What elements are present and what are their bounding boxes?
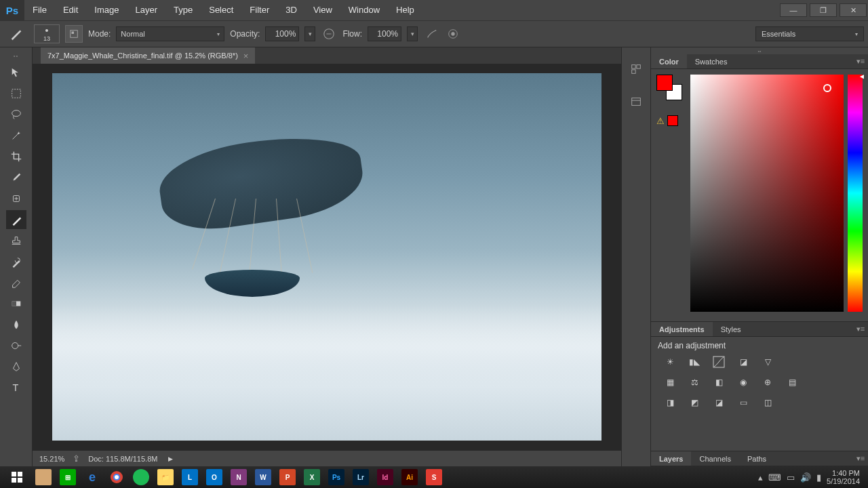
taskbar-illustrator[interactable]: Ai [397, 468, 422, 487]
taskbar-app[interactable] [31, 468, 56, 487]
workspace-select[interactable]: Essentials▾ [755, 26, 864, 41]
move-tool[interactable] [6, 63, 26, 82]
gradient-map-icon[interactable]: ▭ [735, 395, 751, 410]
lasso-tool[interactable] [6, 105, 26, 124]
properties-panel-icon[interactable] [627, 92, 646, 111]
flow-dropdown[interactable]: ▾ [407, 26, 418, 41]
exposure-icon[interactable]: ◪ [735, 354, 751, 369]
clock[interactable]: 1:40 PM 5/19/2014 [827, 469, 860, 485]
tab-adjustments[interactable]: Adjustments [651, 322, 713, 336]
pressure-size-icon[interactable] [445, 26, 461, 42]
color-balance-icon[interactable]: ⚖ [686, 375, 703, 390]
gradient-tool[interactable] [6, 294, 26, 313]
flow-input[interactable]: 100% [368, 26, 401, 41]
status-menu-icon[interactable]: ▶ [168, 455, 173, 462]
color-lookup-icon[interactable]: ▤ [784, 375, 800, 390]
hue-cursor[interactable]: ◄ [859, 73, 865, 80]
menu-edit[interactable]: Edit [55, 0, 86, 20]
minimize-button[interactable]: — [780, 3, 807, 17]
picker-cursor[interactable] [823, 84, 831, 92]
taskbar-onenote[interactable]: N [226, 468, 251, 487]
blur-tool[interactable] [6, 315, 26, 334]
battery-icon[interactable]: ▭ [787, 472, 795, 483]
taskbar-outlook[interactable]: O [202, 468, 226, 487]
foreground-color[interactable] [656, 75, 673, 91]
tray-expand-icon[interactable]: ▴ [758, 472, 763, 483]
panel-menu-icon[interactable]: ▾≡ [853, 451, 868, 466]
taskbar-spotify[interactable] [129, 468, 153, 487]
taskbar-store[interactable]: ⊞ [56, 468, 80, 487]
color-picker-field[interactable] [690, 75, 844, 312]
brush-panel-toggle[interactable] [65, 25, 83, 43]
hue-slider[interactable]: ◄ [848, 75, 863, 312]
tab-styles[interactable]: Styles [713, 322, 749, 336]
brush-tool-icon[interactable] [4, 24, 28, 43]
close-button[interactable]: ✕ [840, 3, 867, 17]
vibrance-icon[interactable]: ▽ [760, 354, 776, 369]
menu-filter[interactable]: Filter [241, 0, 277, 20]
volume-icon[interactable]: 🔊 [800, 472, 811, 483]
menu-select[interactable]: Select [201, 0, 241, 20]
menu-type[interactable]: Type [165, 0, 201, 20]
start-button[interactable] [3, 468, 31, 487]
share-icon[interactable]: ⇪ [73, 453, 80, 464]
airbrush-icon[interactable] [423, 26, 439, 42]
taskbar-excel[interactable]: X [300, 468, 324, 487]
pen-tool[interactable] [6, 357, 26, 376]
threshold-icon[interactable]: ◪ [711, 395, 727, 410]
gamut-warning[interactable]: ⚠ [656, 115, 686, 126]
channel-mixer-icon[interactable]: ⊕ [760, 375, 776, 390]
levels-icon[interactable]: ▮◣ [686, 354, 703, 369]
posterize-icon[interactable]: ◩ [686, 395, 703, 410]
taskbar-photoshop[interactable]: Ps [324, 468, 349, 487]
invert-icon[interactable]: ◨ [662, 395, 678, 410]
opacity-dropdown[interactable]: ▾ [304, 26, 315, 41]
panel-handle[interactable]: •• [651, 47, 868, 54]
dodge-tool[interactable] [6, 336, 26, 355]
close-tab-icon[interactable]: × [243, 51, 249, 61]
history-brush-tool[interactable] [6, 252, 26, 271]
brightness-contrast-icon[interactable]: ☀ [662, 354, 678, 369]
taskbar-lightroom[interactable]: Lr [349, 468, 373, 487]
crop-tool[interactable] [6, 147, 26, 166]
tab-color[interactable]: Color [651, 54, 687, 68]
history-panel-icon[interactable] [627, 60, 646, 79]
taskbar-chrome[interactable] [104, 468, 129, 487]
toolbar-handle[interactable]: •• [3, 53, 30, 58]
tab-channels[interactable]: Channels [691, 451, 738, 466]
menu-file[interactable]: File [24, 0, 55, 20]
black-white-icon[interactable]: ◧ [711, 375, 727, 390]
healing-tool[interactable] [6, 189, 26, 208]
canvas[interactable] [52, 73, 601, 441]
panel-menu-icon[interactable]: ▾≡ [853, 54, 868, 68]
eyedropper-tool[interactable] [6, 168, 26, 187]
hue-saturation-icon[interactable]: ▦ [662, 375, 678, 390]
menu-window[interactable]: Window [340, 0, 388, 20]
stamp-tool[interactable] [6, 231, 26, 250]
maximize-button[interactable]: ❐ [810, 3, 837, 17]
menu-3d[interactable]: 3D [277, 0, 305, 20]
tab-swatches[interactable]: Swatches [687, 54, 736, 68]
taskbar-explorer[interactable]: 📁 [153, 468, 178, 487]
gamut-swatch[interactable] [667, 115, 678, 126]
magic-wand-tool[interactable] [6, 126, 26, 145]
tab-layers[interactable]: Layers [651, 451, 691, 466]
keyboard-icon[interactable]: ⌨ [768, 472, 781, 483]
canvas-viewport[interactable] [33, 64, 621, 450]
selective-color-icon[interactable]: ◫ [760, 395, 776, 410]
menu-help[interactable]: Help [388, 0, 422, 20]
brush-preset-picker[interactable]: • 13 [34, 24, 60, 43]
photo-filter-icon[interactable]: ◉ [735, 375, 751, 390]
pressure-opacity-icon[interactable] [321, 26, 337, 42]
brush-tool[interactable] [6, 210, 26, 229]
taskbar-ie[interactable]: e [80, 468, 104, 487]
fg-bg-swatch[interactable] [656, 75, 682, 100]
menu-layer[interactable]: Layer [127, 0, 166, 20]
network-icon[interactable]: ▮ [816, 472, 821, 483]
taskbar-lync[interactable]: L [178, 468, 202, 487]
tab-paths[interactable]: Paths [739, 451, 774, 466]
type-tool[interactable]: T [6, 378, 26, 397]
taskbar-snagit[interactable]: S [422, 468, 446, 487]
opacity-input[interactable]: 100% [265, 26, 299, 41]
marquee-tool[interactable] [6, 84, 26, 103]
